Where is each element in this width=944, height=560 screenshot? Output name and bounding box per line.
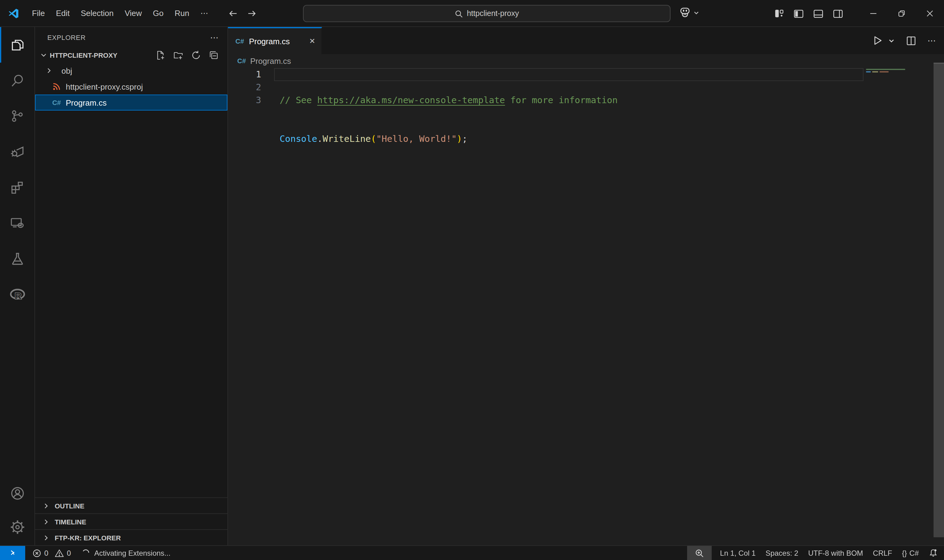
pane-timeline[interactable]: TIMELINE (35, 513, 227, 529)
pane-outline[interactable]: OUTLINE (35, 497, 227, 513)
toggle-panel-icon[interactable] (813, 8, 824, 19)
command-center-search[interactable]: httpclient-proxy (303, 5, 671, 22)
eol-sequence[interactable]: CRLF (868, 549, 897, 557)
activity-bar-bottom (0, 477, 34, 544)
forward-arrow-icon[interactable] (247, 8, 257, 18)
menu-more-button[interactable]: ⋯ (195, 6, 214, 20)
error-icon (32, 549, 41, 557)
minimap-line-1 (866, 69, 935, 70)
r-language-icon: R (9, 286, 26, 302)
toggle-primary-sidebar-icon[interactable] (793, 8, 804, 19)
breadcrumb-item: Program.cs (250, 56, 291, 65)
type-token: Console (280, 134, 317, 144)
menu-view[interactable]: View (119, 6, 148, 20)
back-arrow-icon[interactable] (228, 8, 238, 18)
comment-token: // See (280, 95, 317, 105)
command-center-text: httpclient-proxy (467, 9, 519, 18)
minimap-line-2 (866, 71, 935, 72)
menu-go[interactable]: Go (148, 6, 169, 20)
activity-search[interactable] (0, 63, 34, 98)
remote-indicator[interactable] (0, 546, 25, 560)
window-restore-button[interactable] (887, 0, 916, 27)
tree-item-program-cs[interactable]: C# Program.cs (35, 95, 227, 111)
status-bar: 0 0 Activating Extensions... Ln 1, Col 1… (0, 545, 944, 560)
zoom-status-item[interactable] (687, 546, 711, 560)
activity-remote-explorer[interactable] (0, 205, 34, 241)
bracket-token: ) (457, 134, 462, 144)
activity-testing[interactable] (0, 241, 34, 276)
customize-layout-icon[interactable] (774, 9, 784, 18)
vscode-logo-icon (8, 8, 19, 19)
activity-run-debug[interactable] (0, 134, 34, 169)
punct-token: . (317, 134, 322, 144)
pane-ftp-kr-explorer[interactable]: FTP-KR: EXPLORER (35, 529, 227, 545)
activity-explorer[interactable] (0, 27, 34, 63)
debug-icon (9, 144, 25, 159)
explorer-sidebar: EXPLORER ⋯ HTTPCLIENT-PROXY obj httpclie… (35, 27, 228, 545)
status-message-text: Activating Extensions... (94, 549, 171, 557)
toggle-secondary-sidebar-icon[interactable] (833, 8, 843, 19)
comment-link[interactable]: https://aka.ms/new-console-template (317, 95, 505, 105)
explorer-actions (156, 50, 227, 60)
code-line-2: Console.WriteLine("Hello, World!"); (280, 132, 944, 146)
breadcrumb[interactable]: C# Program.cs (228, 54, 944, 68)
tab-program-cs[interactable]: C# Program.cs ✕ (228, 27, 322, 54)
sidebar-title-row: EXPLORER ⋯ (35, 27, 227, 48)
window-close-button[interactable] (916, 0, 944, 27)
activity-r-language[interactable]: R (0, 276, 34, 312)
csharp-file-icon: C# (52, 99, 62, 106)
encoding[interactable]: UTF-8 with BOM (803, 549, 868, 557)
project-name: HTTPCLIENT-PROXY (50, 52, 117, 59)
language-label: C# (909, 549, 919, 557)
settings-button[interactable] (0, 510, 34, 544)
git-branch-icon (10, 109, 25, 123)
code-editor[interactable]: 1 2 3 // See https://aka.ms/new-console-… (228, 68, 944, 210)
minimap[interactable] (866, 69, 935, 74)
cursor-position[interactable]: Ln 1, Col 1 (715, 549, 760, 557)
menu-run[interactable]: Run (169, 6, 195, 20)
collapse-all-icon[interactable] (209, 50, 219, 60)
window-minimize-button[interactable] (859, 0, 887, 27)
problems-status[interactable]: 0 0 (32, 549, 71, 557)
activity-source-control[interactable] (0, 98, 34, 134)
bell-icon (929, 548, 938, 557)
menu-file[interactable]: File (26, 6, 50, 20)
menu-selection[interactable]: Selection (75, 6, 119, 20)
error-count: 0 (44, 549, 48, 557)
run-button[interactable] (872, 35, 883, 46)
tree-item-label: httpclient-proxy.csproj (66, 82, 143, 91)
editor-more-actions-icon[interactable]: ⋯ (927, 35, 936, 45)
line-number-gutter: 1 2 3 (228, 68, 261, 107)
menu-bar: File Edit Selection View Go Run ⋯ (26, 6, 214, 20)
titlebar-right (774, 0, 944, 27)
refresh-icon[interactable] (191, 50, 201, 60)
new-file-icon[interactable] (156, 50, 165, 60)
copilot-menu[interactable] (679, 6, 699, 19)
split-editor-icon[interactable] (906, 35, 916, 46)
copilot-icon (679, 6, 691, 19)
run-dropdown-chevron-icon[interactable] (888, 37, 895, 44)
files-icon (9, 37, 25, 52)
notifications-bell[interactable] (924, 548, 944, 557)
indentation[interactable]: Spaces: 2 (760, 549, 803, 557)
search-icon (9, 73, 25, 88)
layout-controls (774, 8, 843, 19)
accounts-button[interactable] (0, 477, 34, 510)
svg-text:R: R (14, 291, 21, 301)
activity-extensions[interactable] (0, 169, 34, 205)
menu-edit[interactable]: Edit (50, 6, 75, 20)
explorer-more-actions-button[interactable]: ⋯ (210, 32, 219, 42)
vscode-window: File Edit Selection View Go Run ⋯ httpcl… (0, 0, 944, 560)
language-mode[interactable]: {}C# (897, 549, 924, 557)
new-folder-icon[interactable] (173, 50, 183, 60)
tree-item-obj[interactable]: obj (35, 63, 227, 78)
extensions-icon (10, 180, 25, 195)
editor-scrollbar[interactable] (933, 63, 944, 537)
project-section-header[interactable]: HTTPCLIENT-PROXY (35, 48, 227, 63)
line-number: 1 (228, 68, 261, 81)
tree-item-label: obj (62, 66, 72, 75)
remote-icon (8, 548, 17, 557)
tab-close-icon[interactable]: ✕ (309, 37, 315, 45)
tree-item-csproj[interactable]: httpclient-proxy.csproj (35, 78, 227, 95)
code-line-3 (280, 171, 944, 184)
